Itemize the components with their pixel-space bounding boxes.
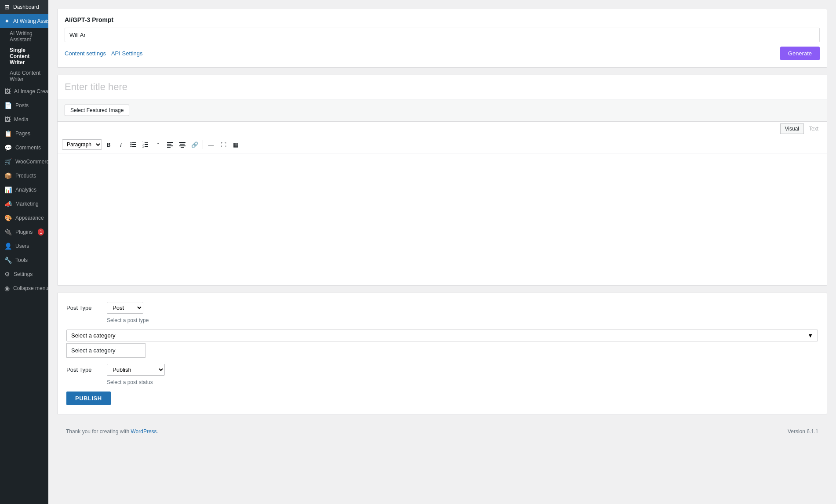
post-status-hint: Select a post status (107, 379, 818, 385)
main-content: AI/GPT-3 Prompt Content settings API Set… (48, 0, 836, 504)
ordered-list-button[interactable]: 1.2.3. (140, 139, 151, 150)
tab-visual[interactable]: Visual (780, 123, 804, 134)
sidebar-item-collapse[interactable]: ◉ Collapse menu (0, 281, 48, 295)
svg-rect-5 (132, 146, 136, 147)
sidebar-item-label: AI Image Creator (14, 88, 48, 94)
sidebar-item-plugins[interactable]: 🔌 Plugins 1 (0, 225, 48, 239)
select-featured-image-button[interactable]: Select Featured Image (65, 105, 129, 116)
gpt-links: Content settings API Settings Generate (65, 47, 820, 60)
sidebar-item-settings[interactable]: ⚙ Settings (0, 267, 48, 281)
wordpress-link[interactable]: WordPress (131, 428, 156, 435)
posts-icon: 📄 (4, 102, 12, 109)
content-settings-link[interactable]: Content settings (65, 50, 106, 57)
sidebar-item-ai-writing[interactable]: ✦ AI Writing Assistant (0, 14, 48, 28)
sidebar-sub-auto-content-writer[interactable]: Auto Content Writer (0, 68, 48, 84)
sidebar-item-users[interactable]: 👤 Users (0, 239, 48, 253)
sidebar-item-label: AI Writing Assistant (13, 18, 48, 24)
media-icon: 🖼 (4, 116, 11, 123)
sidebar-item-label: Plugins (15, 229, 33, 235)
collapse-icon: ◉ (4, 285, 10, 292)
sidebar-item-marketing[interactable]: 📣 Marketing (0, 197, 48, 211)
editor-body[interactable] (58, 153, 827, 285)
sidebar-sub-ai-writing-assistant[interactable]: AI Writing Assistant (0, 28, 48, 45)
svg-rect-9 (145, 144, 148, 145)
sidebar-item-label: Marketing (15, 201, 39, 207)
svg-rect-14 (167, 145, 173, 146)
svg-rect-7 (145, 142, 148, 143)
svg-rect-18 (179, 145, 185, 146)
svg-point-2 (131, 144, 132, 145)
blockquote-button[interactable]: " (152, 139, 164, 150)
appearance-icon: 🎨 (4, 214, 12, 221)
sidebar: ⊞ Dashboard ✦ AI Writing Assistant AI Wr… (0, 0, 48, 504)
sidebar-sub-single-content-writer[interactable]: Single Content Writer (0, 45, 48, 68)
svg-point-4 (131, 146, 132, 147)
editor-card: Select Featured Image Visual Text Paragr… (57, 75, 827, 286)
svg-rect-15 (167, 147, 171, 148)
footer-text: Thank you for creating with WordPress. (66, 428, 158, 435)
post-title-input[interactable] (58, 75, 827, 99)
analytics-icon: 📊 (4, 186, 12, 193)
unordered-list-button[interactable] (127, 139, 139, 150)
table-button[interactable]: ▦ (230, 139, 241, 150)
svg-rect-16 (179, 142, 185, 143)
page-footer: Thank you for creating with WordPress. V… (57, 421, 827, 442)
comments-icon: 💬 (4, 144, 12, 151)
pages-icon: 📋 (4, 130, 12, 137)
version-text: Version 6.1.1 (788, 428, 818, 435)
dashboard-icon: ⊞ (4, 4, 10, 11)
marketing-icon: 📣 (4, 200, 12, 207)
align-left-button[interactable] (164, 139, 176, 150)
align-center-button[interactable] (177, 139, 188, 150)
generate-button[interactable]: Generate (780, 47, 820, 60)
sidebar-item-comments[interactable]: 💬 Comments (0, 141, 48, 155)
svg-rect-17 (180, 144, 185, 145)
sidebar-item-label: Products (15, 173, 36, 179)
svg-rect-13 (167, 144, 171, 145)
settings-icon: ⚙ (4, 271, 10, 278)
gpt-section: AI/GPT-3 Prompt Content settings API Set… (58, 9, 827, 67)
paragraph-select[interactable]: Paragraph (62, 139, 102, 150)
sidebar-item-appearance[interactable]: 🎨 Appearance (0, 211, 48, 225)
gpt-title: AI/GPT-3 Prompt (65, 16, 820, 23)
post-status-row: Post Type Publish Draft Pending Review P… (66, 364, 818, 376)
title-section (58, 75, 827, 99)
sidebar-item-products[interactable]: 📦 Products (0, 169, 48, 183)
svg-text:3.: 3. (142, 145, 144, 148)
bold-button[interactable]: B (103, 139, 114, 150)
editor-toolbar: Paragraph B I 1.2.3. " 🔗 — ⛶ ▦ (58, 136, 827, 153)
post-status-select[interactable]: Publish Draft Pending Review Private (107, 364, 165, 376)
api-settings-link[interactable]: API Settings (111, 50, 143, 57)
sidebar-item-woocommerce[interactable]: 🛒 WooCommerce (0, 155, 48, 169)
sidebar-item-media[interactable]: 🖼 Media (0, 112, 48, 127)
category-select-label: Select a category (71, 332, 115, 339)
publish-section: PUBLISH (66, 392, 818, 405)
category-select-button[interactable]: Select a category ▼ (66, 330, 818, 341)
sidebar-item-label: Collapse menu (13, 285, 48, 291)
sidebar-item-label: Appearance (15, 215, 44, 221)
hr-button[interactable]: — (205, 139, 217, 150)
ai-writing-icon: ✦ (4, 18, 10, 25)
sidebar-item-tools[interactable]: 🔧 Tools (0, 253, 48, 267)
publish-button[interactable]: PUBLISH (66, 392, 111, 405)
svg-rect-12 (167, 142, 173, 143)
tools-icon: 🔧 (4, 257, 12, 264)
post-type-select[interactable]: Post Page Product (107, 302, 143, 314)
fullscreen-button[interactable]: ⛶ (218, 139, 229, 150)
sidebar-item-label: Users (15, 243, 29, 249)
gpt-input[interactable] (65, 28, 820, 42)
tab-text[interactable]: Text (804, 123, 823, 134)
sidebar-item-label: Dashboard (13, 4, 39, 10)
toolbar-divider (203, 140, 203, 149)
sidebar-item-analytics[interactable]: 📊 Analytics (0, 183, 48, 197)
post-type-hint: Select a post type (107, 317, 818, 323)
woocommerce-icon: 🛒 (4, 158, 12, 165)
plugins-badge: 1 (38, 228, 44, 236)
link-button[interactable]: 🔗 (189, 139, 200, 150)
sidebar-item-label: Analytics (15, 187, 36, 193)
sidebar-item-ai-image[interactable]: 🖼 AI Image Creator (0, 84, 48, 98)
italic-button[interactable]: I (115, 139, 127, 150)
sidebar-item-dashboard[interactable]: ⊞ Dashboard (0, 0, 48, 14)
sidebar-item-posts[interactable]: 📄 Posts (0, 98, 48, 112)
sidebar-item-pages[interactable]: 📋 Pages (0, 127, 48, 141)
